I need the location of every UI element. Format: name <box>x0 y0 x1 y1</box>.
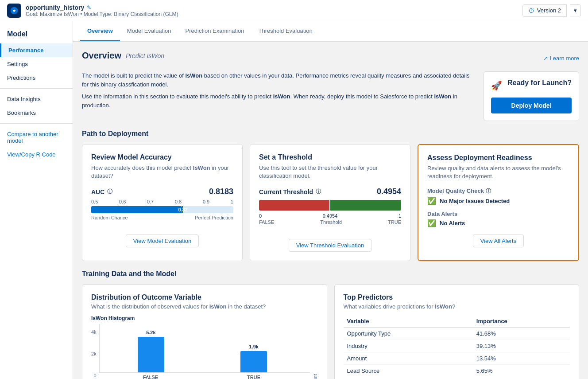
col-importance: Importance <box>473 315 570 328</box>
threshold-scale-labels: FALSE Threshold TRUE <box>259 219 401 225</box>
bar-false-label: FALSE <box>104 375 198 379</box>
bar-false-value: 5.2k <box>146 330 155 335</box>
auc-progress-bar: 0.82 <box>91 206 233 213</box>
predictor-importance-1: 39.13% <box>473 340 570 352</box>
sidebar-view-copy-link[interactable]: View/Copy R Code <box>0 148 73 161</box>
review-card-desc: How accurately does this model predict I… <box>91 164 233 180</box>
table-row: Amount13.54% <box>344 352 570 365</box>
data-alerts-row: ✅ No Alerts <box>427 219 569 227</box>
overview-desc-1: The model is built to predict the value … <box>82 71 475 89</box>
sidebar-divider-2 <box>0 123 73 124</box>
view-threshold-evaluation-button[interactable]: View Threshold Evaluation <box>289 239 371 252</box>
rocket-icon: 🚀 <box>491 80 502 91</box>
overview-header: Overview Predict IsWon ↗ Learn more <box>82 51 579 66</box>
tab-model-evaluation[interactable]: Model Evaluation <box>120 21 178 41</box>
threshold-card-title: Set a Threshold <box>259 153 401 161</box>
distribution-title: Distribution of Outcome Variable <box>91 293 318 301</box>
threshold-info-icon[interactable]: ⓘ <box>316 188 321 195</box>
sidebar-item-predictions[interactable]: Predictions <box>0 71 73 85</box>
distribution-desc: What is the distribution of observed val… <box>91 303 318 310</box>
threshold-bar <box>259 200 401 211</box>
bar-true-label: TRUE <box>207 375 301 379</box>
app-icon <box>7 4 21 18</box>
launch-card-title: Ready for Launch? <box>507 79 572 87</box>
path-cards-row: Review Model Accuracy How accurately doe… <box>82 144 579 261</box>
predictor-variable-1: Industry <box>344 340 473 352</box>
content-area: Overview Predict IsWon ↗ Learn more The … <box>73 42 588 379</box>
overview-title: Overview <box>82 51 121 61</box>
histogram-title: IsWon Histogram <box>91 315 318 321</box>
version-button[interactable]: ⏱ Version 2 <box>522 4 567 17</box>
overview-desc-2: Use the information in this section to e… <box>82 92 475 109</box>
auc-value: 0.8183 <box>209 187 233 196</box>
deploy-model-button[interactable]: Deploy Model <box>491 98 572 113</box>
threshold-value: 0.4954 <box>377 187 401 196</box>
assess-card: Assess Deployment Readiness Review quali… <box>418 144 579 261</box>
tabs-bar: Overview Model Evaluation Prediction Exa… <box>73 21 588 42</box>
predictors-desc: What variables drive predictions for IsW… <box>344 303 570 310</box>
auc-bar-label: 0.82 <box>177 206 188 213</box>
header-subtitle: Goal: Maximize IsWon • Model Type: Binar… <box>26 11 178 17</box>
predictors-title: Top Predictors <box>344 293 570 301</box>
sidebar: Model Performance Settings Predictions D… <box>0 21 73 379</box>
learn-more-link[interactable]: ↗ Learn more <box>543 55 579 62</box>
predictor-variable-3: Lead Source <box>344 365 473 377</box>
y-tick-4k: 4k <box>91 329 97 335</box>
tab-prediction-examination[interactable]: Prediction Examination <box>178 21 251 41</box>
version-label: Version 2 <box>537 7 561 14</box>
overview-subtitle: Predict IsWon <box>126 52 164 59</box>
quality-check-row: ✅ No Major Issues Detected <box>427 197 569 205</box>
distribution-card: Distribution of Outcome Variable What is… <box>82 284 327 379</box>
view-all-alerts-button[interactable]: View All Alerts <box>473 234 524 247</box>
predictor-variable-0: Opportunity Type <box>344 328 473 340</box>
table-row: Opportunity Type41.68% <box>344 328 570 340</box>
sidebar-item-data-insights[interactable]: Data Insights <box>0 92 73 106</box>
quality-check-icon: ✅ <box>427 197 436 205</box>
histogram-area: IsWon Histogram 4k 2k 0 <box>91 315 318 379</box>
predictor-variable-2: Amount <box>344 352 473 365</box>
y-tick-0: 0 <box>94 373 97 378</box>
threshold-marker <box>329 200 330 211</box>
overview-text-section: The model is built to predict the value … <box>82 71 475 121</box>
sidebar-item-settings[interactable]: Settings <box>0 57 73 71</box>
threshold-card-desc: Use this tool to set the threshold value… <box>259 164 401 180</box>
threshold-card: Set a Threshold Use this tool to set the… <box>250 144 410 261</box>
auc-info-icon[interactable]: ⓘ <box>107 188 112 195</box>
predictor-importance-3: 5.65% <box>473 365 570 377</box>
threshold-num-row: 0 0.4954 1 <box>259 213 401 219</box>
threshold-bar-red <box>259 200 329 211</box>
header-right: ⏱ Version 2 ▾ <box>522 4 581 17</box>
version-icon: ⏱ <box>528 7 534 14</box>
main-layout: Model Performance Settings Predictions D… <box>0 21 588 379</box>
quality-check-label: Model Quality Check ⓘ <box>427 188 569 195</box>
col-variable: Variable <box>344 315 473 328</box>
data-alerts-label: Data Alerts <box>427 211 569 217</box>
bar-true <box>240 351 267 372</box>
auc-scale-labels: Random Chance Perfect Prediction <box>91 215 233 220</box>
sidebar-model-title: Model <box>0 27 73 43</box>
header-left: opportunity_history ✎ Goal: Maximize IsW… <box>7 4 178 18</box>
quality-info-icon[interactable]: ⓘ <box>486 188 491 194</box>
sidebar-compare-link[interactable]: Compare to another model <box>0 127 73 148</box>
review-card-title: Review Model Accuracy <box>91 153 233 161</box>
top-header: opportunity_history ✎ Goal: Maximize IsW… <box>0 0 588 21</box>
main-content: Overview Model Evaluation Prediction Exa… <box>73 21 588 379</box>
tab-overview[interactable]: Overview <box>80 21 120 41</box>
sidebar-item-bookmarks[interactable]: Bookmarks <box>0 106 73 120</box>
auc-label: AUC ⓘ <box>91 188 112 195</box>
training-data-title: Training Data and the Model <box>82 270 579 278</box>
edit-icon[interactable]: ✎ <box>87 4 91 11</box>
path-to-deployment-title: Path to Deployment <box>82 130 579 138</box>
launch-card: 🚀 Ready for Launch? Deploy Model <box>484 71 579 121</box>
auc-scale-numbers: 0.5 0.6 0.7 0.8 0.9 1 <box>91 199 233 204</box>
predictor-importance-0: 41.68% <box>473 328 570 340</box>
version-caret-button[interactable]: ▾ <box>570 4 581 16</box>
quality-check-text: No Major Issues Detected <box>440 198 510 204</box>
assess-card-title: Assess Deployment Readiness <box>427 154 569 162</box>
page-title: opportunity_history <box>26 4 84 11</box>
overview-title-row: Overview Predict IsWon <box>82 51 164 66</box>
assess-card-desc: Review quality and data alerts to assess… <box>427 164 569 180</box>
sidebar-item-performance[interactable]: Performance <box>0 43 73 57</box>
tab-threshold-evaluation[interactable]: Threshold Evaluation <box>251 21 320 41</box>
view-model-evaluation-button[interactable]: View Model Evaluation <box>126 234 199 247</box>
